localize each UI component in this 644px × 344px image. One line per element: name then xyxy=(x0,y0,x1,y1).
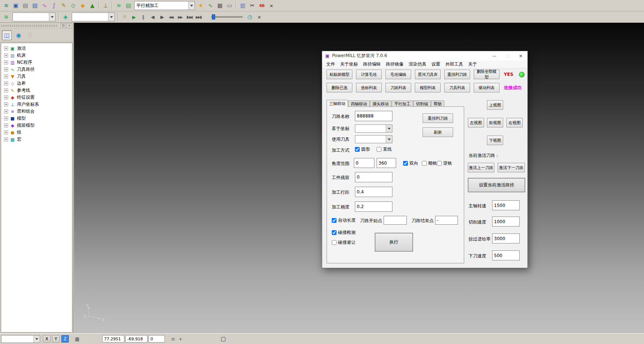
dialog-titlebar[interactable]: ▣ PowerMILL 忆梦星河 7.0.6 — □ × xyxy=(322,51,527,60)
sim-levels-icon[interactable]: ≋ xyxy=(2,13,11,21)
feature-icon[interactable]: ▲ xyxy=(88,1,97,10)
chevron-down-icon[interactable] xyxy=(33,336,40,343)
coordinate-x-field[interactable] xyxy=(102,335,124,343)
step-forward-icon[interactable]: ▮▶ xyxy=(157,13,166,21)
clip-icon[interactable]: ✂ xyxy=(248,1,257,10)
compute-stock-button[interactable]: 计算毛坯 xyxy=(356,70,382,79)
toolpath-strategy-icon[interactable]: ∿ xyxy=(40,1,49,10)
pencil-edit-icon[interactable]: ✎ xyxy=(59,1,68,10)
expander-icon[interactable]: + xyxy=(4,74,8,78)
coord-list-button[interactable]: 坐标列表 xyxy=(356,83,382,92)
set-active-path-button[interactable]: 设置当前激活路径 xyxy=(468,178,525,192)
step-back-icon[interactable]: ◀▮ xyxy=(148,13,157,21)
tree-item-levels[interactable]: +≋层和组合 xyxy=(2,108,71,115)
boundary-icon[interactable]: ◇ xyxy=(69,1,78,10)
graph-icon[interactable]: ∿ xyxy=(206,1,215,10)
go-start-icon[interactable]: ▮◀◀ xyxy=(185,13,193,21)
expander-icon[interactable]: + xyxy=(4,137,8,141)
menu-about[interactable]: 关于 xyxy=(466,60,480,69)
delete-all-models-button[interactable]: 删除全部模型 xyxy=(474,70,499,79)
go-end-icon[interactable]: ▶▶▮ xyxy=(194,13,203,21)
stats-icon[interactable]: ▥ xyxy=(238,1,247,10)
expander-icon[interactable]: + xyxy=(4,67,8,71)
tree-item-tools[interactable]: +▼刀具 xyxy=(2,73,71,80)
panel-grip[interactable]: ⊡ × xyxy=(0,23,73,29)
tab-4axis[interactable]: 四轴联动 xyxy=(348,101,370,107)
tab-help[interactable]: 帮助 xyxy=(431,101,444,107)
tree-item-activate[interactable]: +▣激活 xyxy=(2,45,71,52)
tree-item-toolpaths[interactable]: +∿刀具路径 xyxy=(2,66,71,73)
toolpath-list-button[interactable]: 刀路列表 xyxy=(385,83,411,92)
expander-icon[interactable]: + xyxy=(4,109,8,113)
tree-item-patterns[interactable]: +✎参考线 xyxy=(2,87,71,94)
tab-cutting-saw[interactable]: 切割锯 xyxy=(413,101,431,107)
view-bottom-button[interactable]: 下视图 xyxy=(487,136,503,145)
based-coord-select[interactable] xyxy=(355,124,392,133)
workplane-icon[interactable]: ⊥ xyxy=(101,1,110,10)
tool-list-button[interactable]: 刀具列表 xyxy=(444,83,470,92)
view-front-button[interactable]: 前视图 xyxy=(487,118,503,127)
cutting-speed-input[interactable] xyxy=(492,217,520,227)
chevron-down-icon[interactable] xyxy=(386,136,392,143)
spindle-speed-input[interactable] xyxy=(492,200,520,210)
tree-item-workplanes[interactable]: +⊥用户坐标系 xyxy=(2,101,71,108)
use-tool-select[interactable] xyxy=(355,135,392,143)
slider-track[interactable] xyxy=(211,16,243,18)
tab-3axis[interactable]: 三轴联动 xyxy=(327,100,348,107)
auto-length-checkbox[interactable]: 自动长度 xyxy=(332,217,356,224)
tool-select-icon[interactable]: ◈ xyxy=(61,13,70,21)
favorites-view-icon[interactable]: ♡ xyxy=(25,30,35,40)
curve-editor-icon[interactable]: ∫ xyxy=(50,1,58,10)
pause-icon[interactable]: ‖ xyxy=(139,13,147,21)
menu-path-edit[interactable]: 路径编辑 xyxy=(360,60,383,69)
close-button[interactable]: × xyxy=(514,51,527,60)
panel-close-icon[interactable]: × xyxy=(67,23,72,28)
strategy-list-icon[interactable]: ▤ xyxy=(124,1,133,10)
spectacles-icon[interactable]: 66 xyxy=(257,1,266,10)
fast-forward-icon[interactable]: ▶▶ xyxy=(176,13,184,21)
cursor-icon[interactable]: + xyxy=(177,335,184,343)
delete-selected-button[interactable]: 删除已选 xyxy=(327,83,352,92)
tree-item-boundaries[interactable]: +◇边界 xyxy=(2,80,71,87)
axis-x-button[interactable]: X xyxy=(43,335,50,343)
sim-tool-combo[interactable] xyxy=(72,13,115,21)
menu-render-sim[interactable]: 渲染仿真 xyxy=(406,60,429,69)
menu-external-tools[interactable]: 外部工具 xyxy=(443,60,466,69)
expander-icon[interactable]: + xyxy=(4,46,8,50)
chevron-down-icon[interactable] xyxy=(49,13,55,21)
explorer-view-icon[interactable]: ◫ xyxy=(2,30,12,40)
monitor-icon[interactable]: ▢ xyxy=(220,335,227,343)
refresh-button[interactable]: 刷新 xyxy=(423,127,453,137)
pattern-icon[interactable]: ◈ xyxy=(78,1,87,10)
status-combo[interactable] xyxy=(1,335,40,343)
menu-path-mirror[interactable]: 路径镜像 xyxy=(383,60,406,69)
start-point-input[interactable] xyxy=(384,216,407,225)
view-top-button[interactable]: 上视图 xyxy=(487,100,503,110)
bidirectional-checkbox[interactable]: 双向 xyxy=(403,160,418,166)
rearrange-toolpaths-button[interactable]: 重排列刀路 xyxy=(444,70,470,79)
chevron-down-icon[interactable] xyxy=(386,125,392,132)
line-checkbox[interactable]: 直线 xyxy=(377,146,392,152)
calculator-icon[interactable]: ▦ xyxy=(216,1,224,10)
rewind-icon[interactable]: ◀◀ xyxy=(167,13,175,21)
conventional-mill-checkbox[interactable]: 逆铣 xyxy=(437,160,452,166)
star-tool-icon[interactable]: ★ xyxy=(196,1,205,10)
simulation-speed-slider[interactable] xyxy=(211,14,243,20)
expander-icon[interactable]: + xyxy=(4,123,8,127)
bulb-icon[interactable]: ☼ xyxy=(120,13,129,21)
paste-new-model-button[interactable]: 粘贴新模型 xyxy=(327,70,352,79)
print-icon[interactable]: ▤ xyxy=(21,1,30,10)
minimize-button[interactable]: — xyxy=(488,51,501,60)
grid-icon[interactable]: ▦ xyxy=(74,335,81,343)
tab-swivel-head[interactable]: 摆头联动 xyxy=(370,101,391,107)
expander-icon[interactable]: + xyxy=(4,88,8,92)
tree-item-models[interactable]: +■模型 xyxy=(2,115,71,122)
tree-item-feature-sets[interactable]: +◆特征设置 xyxy=(2,94,71,101)
drive-list-button[interactable]: 驱动列表 xyxy=(474,83,499,92)
circle-checkbox[interactable]: 圆形 xyxy=(355,146,370,152)
collision-check-checkbox[interactable]: 碰撞检测 xyxy=(332,229,356,236)
activate-prev-button[interactable]: 激活上一刀路 xyxy=(468,163,494,172)
toolpath-name-input[interactable] xyxy=(355,111,392,121)
tree-item-machine[interactable]: +▤机床 xyxy=(2,52,71,59)
menu-settings[interactable]: 设置 xyxy=(429,60,443,69)
